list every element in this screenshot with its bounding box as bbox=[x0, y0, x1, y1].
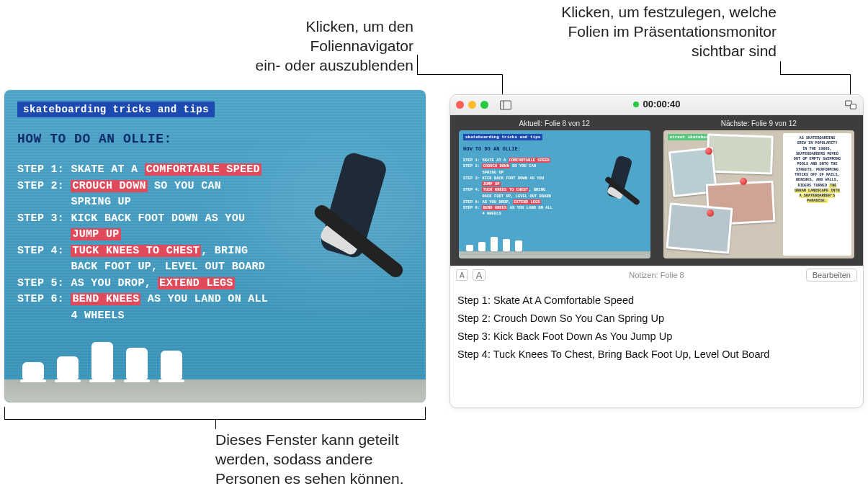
note-line: Step 4: Tuck Knees To Chest, Bring Back … bbox=[457, 348, 856, 360]
slide-heading: HOW TO DO AN OLLIE: bbox=[17, 132, 172, 146]
presenter-stage: Aktuell: Folie 8 von 12 skateboarding tr… bbox=[450, 115, 863, 266]
edit-notes-button[interactable]: Bearbeiten bbox=[806, 269, 857, 282]
leader-line bbox=[417, 74, 503, 75]
current-slide-label: Aktuell: Folie 8 von 12 bbox=[459, 120, 650, 127]
presenter-display-window: 00:00:40 Aktuell: Folie 8 von 12 skatebo… bbox=[449, 94, 864, 408]
slide-steps: STEP 1: SKATE AT A COMFORTABLE SPEEDSTEP… bbox=[17, 162, 291, 324]
current-slide-thumb[interactable]: skateboarding tricks and tips HOW TO DO … bbox=[459, 130, 650, 258]
notes-caption: Notizen: Folie 8 bbox=[629, 271, 684, 279]
leader-line bbox=[850, 74, 851, 96]
presenter-toolbar: 00:00:40 bbox=[450, 95, 863, 115]
mini-title-pill: skateboarding tricks and tips bbox=[463, 134, 542, 140]
leader-line bbox=[502, 74, 503, 96]
leader-line bbox=[417, 55, 418, 75]
sidebar-icon bbox=[500, 100, 511, 110]
callout-navigator: Klicken, um den Foliennavigatorein- oder… bbox=[200, 17, 413, 76]
configure-layout-button[interactable] bbox=[843, 99, 859, 112]
svg-rect-3 bbox=[850, 104, 856, 109]
minimize-icon[interactable] bbox=[468, 101, 476, 109]
note-line: Step 3: Kick Back Foot Down As You Jump … bbox=[457, 330, 856, 342]
zoom-icon[interactable] bbox=[480, 101, 488, 109]
skater-silhouettes bbox=[22, 342, 182, 379]
svg-rect-0 bbox=[501, 101, 511, 109]
callout-visible-slides: Klicken, um festzulegen, welcheFolien im… bbox=[542, 3, 777, 61]
font-smaller-button[interactable]: A bbox=[456, 269, 468, 281]
next-slide-label: Nächste: Folie 9 von 12 bbox=[663, 120, 855, 127]
font-larger-button[interactable]: A bbox=[473, 269, 486, 281]
leader-line bbox=[780, 74, 851, 75]
note-line: Step 2: Crouch Down So You Can Spring Up bbox=[457, 312, 856, 324]
layout-icon bbox=[845, 100, 856, 110]
note-line: Step 1: Skate At A Comfortable Speed bbox=[457, 294, 856, 306]
share-window-bracket bbox=[4, 407, 426, 420]
next-slide-text-card: AS SKATEBOARDINGGREW IN POPULARITYIN THE… bbox=[783, 133, 851, 256]
slide-title-pill: skateboarding tricks and tips bbox=[17, 102, 215, 117]
presenter-timer[interactable]: 00:00:40 bbox=[632, 99, 680, 109]
callout-share-window: Dieses Fenster kann geteiltwerden, sodas… bbox=[215, 431, 446, 489]
presentation-window: skateboarding tricks and tips HOW TO DO … bbox=[4, 90, 426, 402]
next-slide-thumb[interactable]: street skateboarding AS SKATEBOARDINGGRE… bbox=[663, 130, 855, 258]
presenter-notes: A A Notizen: Folie 8 Bearbeiten Step 1: … bbox=[450, 266, 863, 374]
leader-line bbox=[780, 61, 781, 74]
toggle-navigator-button[interactable] bbox=[498, 99, 514, 112]
notes-list: Step 1: Skate At A Comfortable Speed Ste… bbox=[450, 284, 863, 374]
mini-steps: STEP 1: SKATE AT A COMFORTABLE SPEEDSTEP… bbox=[463, 158, 599, 217]
close-icon[interactable] bbox=[456, 101, 464, 109]
recording-indicator-icon bbox=[632, 102, 638, 107]
window-controls[interactable] bbox=[456, 101, 488, 109]
timer-value: 00:00:40 bbox=[643, 99, 680, 109]
mini-heading: HOW TO DO AN OLLIE: bbox=[463, 146, 521, 152]
